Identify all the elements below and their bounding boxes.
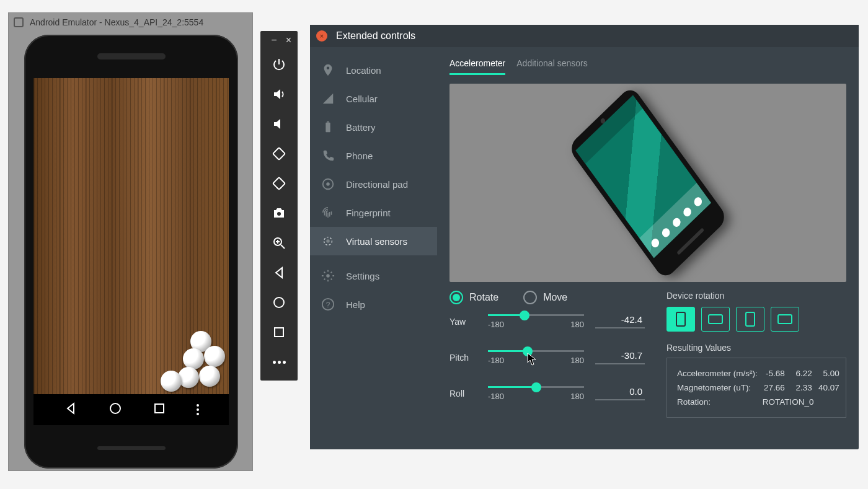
resulting-values-box: Accelerometer (m/s²): -5.68 6.22 5.00 Ma… — [666, 358, 846, 418]
accel-z: 5.00 — [817, 367, 843, 380]
mag-x: 27.66 — [763, 381, 789, 394]
app-icon — [14, 17, 24, 27]
ball — [199, 366, 220, 387]
sensor-tabs: Accelerometer Additional sensors — [450, 58, 846, 75]
home-icon[interactable] — [260, 288, 298, 317]
rotation-label: Rotation: — [677, 395, 761, 408]
sidebar-item-phone[interactable]: Phone — [310, 141, 437, 170]
sidebar-item-battery[interactable]: Battery — [310, 113, 437, 141]
nav-menu-icon[interactable] — [197, 404, 199, 415]
device-3d-model[interactable] — [567, 85, 728, 280]
pitch-value-input[interactable]: -30.7 — [595, 363, 645, 364]
screenshot-icon[interactable] — [260, 198, 298, 228]
device-frame — [24, 35, 238, 469]
svg-line-6 — [281, 245, 285, 249]
tab-accelerometer[interactable]: Accelerometer — [450, 58, 505, 75]
svg-rect-10 — [275, 328, 283, 337]
sidebar-item-fingerprint[interactable]: Fingerprint — [310, 198, 437, 227]
svg-rect-23 — [778, 315, 792, 324]
sidebar-item-location[interactable]: Location — [310, 56, 437, 84]
rotation-180-button[interactable] — [736, 307, 764, 332]
more-icon[interactable] — [260, 347, 298, 377]
radio-label: Move — [543, 292, 567, 303]
sidebar-item-help[interactable]: ? Help — [310, 290, 437, 319]
device-3d-preview[interactable] — [450, 84, 846, 282]
pitch-label: Pitch — [450, 353, 477, 363]
roll-slider[interactable]: -180180 — [488, 386, 584, 401]
emulator-title: Android Emulator - Nexus_4_API_24_2:5554 — [30, 17, 203, 27]
close-icon[interactable]: × — [316, 30, 327, 42]
svg-rect-3 — [273, 177, 285, 190]
power-icon[interactable] — [260, 50, 298, 79]
radio-label: Rotate — [469, 292, 498, 303]
sidebar-item-label: Location — [346, 65, 381, 76]
sidebar-item-dpad[interactable]: Directional pad — [310, 170, 437, 198]
rotation-90-button[interactable] — [701, 307, 730, 332]
svg-rect-1 — [155, 404, 164, 413]
sidebar-item-label: Virtual sensors — [346, 236, 407, 247]
svg-point-9 — [274, 297, 284, 307]
ball — [183, 348, 204, 369]
zoom-icon[interactable] — [260, 228, 298, 258]
accel-label: Accelerometer (m/s²): — [677, 367, 761, 380]
svg-point-4 — [277, 212, 281, 216]
ball — [204, 346, 225, 367]
rotation-270-button[interactable] — [771, 307, 799, 332]
overview-icon[interactable] — [260, 317, 298, 347]
sidebar-item-cellular[interactable]: Cellular — [310, 84, 437, 113]
device-screen[interactable] — [33, 78, 229, 425]
close-button[interactable]: × — [286, 35, 291, 46]
yaw-slider[interactable]: -180180 — [488, 314, 584, 329]
rotate-left-icon[interactable] — [260, 139, 298, 169]
sidebar-item-settings[interactable]: Settings — [310, 262, 437, 290]
sidebar-item-label: Cellular — [346, 94, 378, 104]
pitch-slider[interactable]: -180180 — [488, 350, 584, 365]
mag-label: Magnetometer (uT): — [677, 381, 761, 394]
mag-y: 2.33 — [790, 381, 816, 394]
nav-back-icon[interactable] — [63, 401, 78, 418]
roll-row: Roll -180180 0.0 — [450, 386, 654, 401]
volume-down-icon[interactable] — [260, 109, 298, 139]
sidebar-item-virtual-sensors[interactable]: Virtual sensors — [310, 227, 437, 255]
resulting-values-label: Resulting Values — [666, 343, 846, 353]
yaw-row: Yaw -180180 -42.4 — [450, 314, 654, 329]
tab-additional-sensors[interactable]: Additional sensors — [516, 58, 587, 75]
earpiece — [97, 53, 166, 59]
emulator-toolbar: − × — [260, 31, 298, 381]
rotate-right-icon[interactable] — [260, 169, 298, 198]
svg-rect-20 — [676, 312, 685, 326]
roll-label: Roll — [450, 389, 477, 399]
sidebar-item-label: Phone — [346, 151, 373, 161]
svg-point-17 — [326, 274, 330, 278]
yaw-value-input[interactable]: -42.4 — [595, 327, 645, 328]
mode-rotate-radio[interactable]: Rotate — [450, 291, 498, 304]
mode-move-radio[interactable]: Move — [523, 291, 567, 304]
roll-value-input[interactable]: 0.0 — [595, 399, 645, 400]
svg-text:?: ? — [326, 301, 330, 309]
emulator-titlebar[interactable]: Android Emulator - Nexus_4_API_24_2:5554 — [9, 13, 252, 32]
accel-y: 6.22 — [790, 367, 816, 380]
nav-home-icon[interactable] — [108, 401, 123, 418]
minimize-button[interactable]: − — [271, 35, 277, 46]
ball — [161, 371, 182, 392]
extended-controls-window: × Extended controls Location Cellular Ba… — [310, 25, 859, 449]
ext-title: Extended controls — [336, 30, 415, 42]
volume-up-icon[interactable] — [260, 79, 298, 109]
device-rotation-label: Device rotation — [666, 291, 846, 301]
back-icon[interactable] — [260, 258, 298, 288]
ext-sidebar: Location Cellular Battery Phone Directio… — [310, 47, 437, 449]
rotation-0-button[interactable] — [666, 307, 695, 332]
accel-x: -5.68 — [763, 367, 789, 380]
speaker — [97, 446, 166, 450]
nav-recents-icon[interactable] — [152, 401, 167, 418]
sidebar-item-label: Settings — [346, 271, 379, 281]
svg-rect-22 — [746, 312, 755, 326]
svg-rect-12 — [327, 121, 329, 123]
svg-point-0 — [110, 403, 120, 413]
svg-rect-11 — [326, 123, 330, 133]
ext-titlebar[interactable]: × Extended controls — [310, 25, 859, 47]
emulator-window: Android Emulator - Nexus_4_API_24_2:5554 — [8, 12, 253, 471]
svg-rect-21 — [709, 315, 722, 324]
android-navbar — [33, 394, 229, 425]
pitch-row: Pitch -180180 -30.7 — [450, 350, 654, 365]
